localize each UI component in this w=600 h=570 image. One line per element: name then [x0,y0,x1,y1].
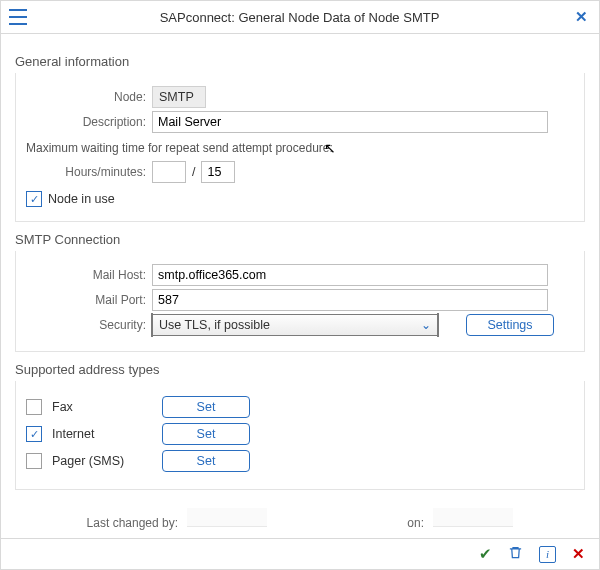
chevron-down-icon: ⌄ [421,318,431,332]
fax-label: Fax [52,400,152,414]
mail-host-input[interactable] [152,264,548,286]
section-smtp: Mail Host: Mail Port: Security: Use TLS,… [15,251,585,352]
last-changed-by: Last changed by: [87,508,268,530]
value-node: SMTP [152,86,206,108]
section-title-addr: Supported address types [15,362,585,377]
pager-set-button[interactable]: Set [162,450,250,472]
accept-icon[interactable]: ✔ [479,545,492,563]
label-node: Node: [26,90,152,104]
internet-label: Internet [52,427,152,441]
delete-icon[interactable] [508,545,523,563]
internet-set-button[interactable]: Set [162,423,250,445]
wait-note: Maximum waiting time for repeat send att… [26,141,574,155]
footer-metadata: Last changed by: on: [15,508,585,530]
label-mail-port: Mail Port: [26,293,152,307]
time-separator: / [192,165,195,179]
menu-icon[interactable] [9,9,27,25]
hours-input[interactable] [152,161,186,183]
last-changed-by-value [187,508,267,527]
fax-set-button[interactable]: Set [162,396,250,418]
addr-row-pager: ✓ Pager (SMS) Set [26,450,574,472]
content-area: General information Node: SMTP Descripti… [1,34,599,534]
description-input[interactable] [152,111,548,133]
changed-on-label: on: [407,516,424,530]
settings-button[interactable]: Settings [466,314,554,336]
changed-on: on: [407,508,513,530]
title-bar: SAPconnect: General Node Data of Node SM… [1,1,599,34]
bottom-toolbar: ✔ i ✕ [1,538,599,569]
node-in-use-checkbox[interactable]: ✓ [26,191,42,207]
label-hours-minutes: Hours/minutes: [26,165,152,179]
pager-checkbox[interactable]: ✓ [26,453,42,469]
info-icon[interactable]: i [539,546,556,563]
changed-on-value [433,508,513,527]
label-mail-host: Mail Host: [26,268,152,282]
node-in-use-label: Node in use [48,192,115,206]
section-title-smtp: SMTP Connection [15,232,585,247]
fax-checkbox[interactable]: ✓ [26,399,42,415]
security-dropdown[interactable]: Use TLS, if possible ⌄ [152,314,438,336]
label-security: Security: [26,318,152,332]
addr-row-internet: ✓ Internet Set [26,423,574,445]
label-description: Description: [26,115,152,129]
mail-port-input[interactable] [152,289,548,311]
section-title-general: General information [15,54,585,69]
close-icon[interactable]: ✕ [572,8,591,26]
cancel-icon[interactable]: ✕ [572,545,585,563]
last-changed-by-label: Last changed by: [87,516,178,530]
minutes-input[interactable] [201,161,235,183]
security-value: Use TLS, if possible [159,318,270,332]
window-title: SAPconnect: General Node Data of Node SM… [27,10,572,25]
section-general: Node: SMTP Description: Maximum waiting … [15,73,585,222]
internet-checkbox[interactable]: ✓ [26,426,42,442]
section-addr: ✓ Fax Set ✓ Internet Set ✓ Pager (SMS) S… [15,381,585,490]
pager-label: Pager (SMS) [52,454,152,468]
addr-row-fax: ✓ Fax Set [26,396,574,418]
